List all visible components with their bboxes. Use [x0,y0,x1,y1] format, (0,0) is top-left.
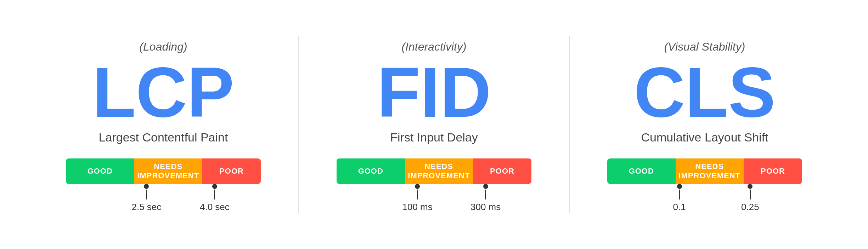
fid-good-segment: GOOD [337,158,405,184]
lcp-name: Largest Contentful Paint [99,131,228,144]
fid-category: (Interactivity) [401,40,466,53]
lcp-category: (Loading) [139,40,187,53]
lcp-poor-segment: POOR [202,158,261,184]
cls-category: (Visual Stability) [664,40,745,53]
cls-good-segment: GOOD [607,158,676,184]
fid-threshold-2: 300 ms [470,184,501,213]
cls-name: Cumulative Layout Shift [641,131,768,144]
fid-dot-2 [483,184,488,189]
lcp-value-1: 2.5 sec [132,202,162,213]
cls-threshold-1: 0.1 [673,184,686,213]
cls-scale-wrapper: GOOD NEEDSIMPROVEMENT POOR 0.1 [607,158,802,209]
lcp-line-2 [214,190,215,199]
cls-dot-1 [677,184,682,189]
fid-threshold-1: 100 ms [402,184,433,213]
cls-value-2: 0.25 [741,202,759,213]
main-container: (Loading) LCP Largest Contentful Paint G… [0,0,868,249]
fid-dot-1 [415,184,420,189]
cls-thresholds: 0.1 0.25 [607,184,802,209]
fid-scale-bar: GOOD NEEDSIMPROVEMENT POOR [337,158,531,184]
lcp-thresholds: 2.5 sec 4.0 sec [66,184,261,209]
fid-acronym: FID [377,57,491,128]
cls-line-2 [750,190,751,199]
lcp-good-segment: GOOD [66,158,134,184]
fid-thresholds: 100 ms 300 ms [337,184,531,209]
cls-line-1 [679,190,680,199]
lcp-scale-bar: GOOD NEEDSIMPROVEMENT POOR [66,158,261,184]
cls-block: (Visual Stability) CLS Cumulative Layout… [570,40,840,209]
cls-poor-segment: POOR [744,158,802,184]
lcp-threshold-1: 2.5 sec [132,184,162,213]
fid-line-2 [485,190,486,199]
fid-line-1 [417,190,418,199]
lcp-value-2: 4.0 sec [200,202,230,213]
lcp-block: (Loading) LCP Largest Contentful Paint G… [28,40,298,209]
fid-name: First Input Delay [390,131,478,144]
lcp-needs-segment: NEEDSIMPROVEMENT [134,158,203,184]
fid-value-1: 100 ms [402,202,433,213]
fid-value-2: 300 ms [470,202,501,213]
lcp-threshold-2: 4.0 sec [200,184,230,213]
cls-scale-bar: GOOD NEEDSIMPROVEMENT POOR [607,158,802,184]
lcp-line-1 [146,190,147,199]
cls-value-1: 0.1 [673,202,686,213]
cls-dot-2 [748,184,753,189]
cls-threshold-2: 0.25 [741,184,759,213]
fid-block: (Interactivity) FID First Input Delay GO… [299,40,569,209]
fid-poor-segment: POOR [473,158,531,184]
cls-needs-segment: NEEDSIMPROVEMENT [676,158,744,184]
cls-acronym: CLS [634,57,776,128]
lcp-dot-2 [212,184,217,189]
fid-needs-segment: NEEDSIMPROVEMENT [405,158,473,184]
fid-scale-wrapper: GOOD NEEDSIMPROVEMENT POOR 100 ms [337,158,531,209]
lcp-scale-wrapper: GOOD NEEDSIMPROVEMENT POOR 2.5 sec [66,158,261,209]
lcp-dot-1 [144,184,149,189]
lcp-acronym: LCP [92,57,234,128]
